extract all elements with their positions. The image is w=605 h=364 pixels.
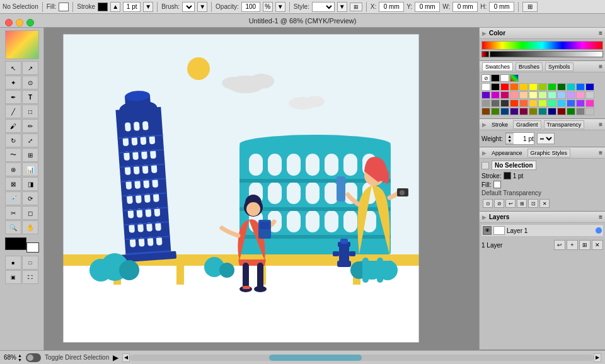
- swatch-item[interactable]: [519, 83, 528, 91]
- swatch-item[interactable]: [576, 108, 585, 115]
- magic-wand-tool[interactable]: ✦: [5, 76, 21, 89]
- layers-btn-1[interactable]: ↩: [554, 240, 565, 250]
- appear-icon-4[interactable]: ⊞: [517, 199, 527, 208]
- swatch-item[interactable]: [567, 83, 575, 91]
- swatch-item[interactable]: [557, 83, 566, 91]
- y-input[interactable]: 0 mm: [415, 2, 440, 12]
- swatch-item[interactable]: [529, 100, 538, 107]
- stroke-weight-input[interactable]: 1 pt: [123, 2, 141, 12]
- pen-tool[interactable]: ✒: [5, 90, 21, 104]
- layer-eye-icon[interactable]: 👁: [483, 226, 492, 235]
- swatch-item[interactable]: [576, 91, 585, 99]
- swatch-item[interactable]: [529, 91, 538, 99]
- view-mode-toggle[interactable]: [26, 353, 41, 362]
- toggle-direct-selection[interactable]: Toggle Direct Selection: [45, 354, 109, 361]
- appear-icon-5[interactable]: ⊡: [528, 199, 538, 208]
- text-tool[interactable]: T: [22, 90, 38, 104]
- swatch-item[interactable]: [510, 100, 519, 107]
- column-graph-tool[interactable]: 📊: [22, 162, 38, 176]
- tab-symbols[interactable]: Symbols: [545, 62, 573, 71]
- maximize-button[interactable]: [26, 19, 34, 26]
- swatch-item[interactable]: [557, 100, 566, 107]
- swatch-item[interactable]: [481, 108, 490, 115]
- swatch-item[interactable]: [538, 83, 547, 91]
- eyedropper-tool[interactable]: 💉: [5, 191, 21, 205]
- swatch-item[interactable]: [567, 100, 575, 107]
- swatch-item[interactable]: [585, 100, 594, 107]
- swatch-item[interactable]: [538, 108, 547, 115]
- appear-icon-2[interactable]: ⊘: [494, 199, 504, 208]
- fill-mode[interactable]: ■: [5, 256, 21, 270]
- paintbrush-tool[interactable]: 🖌: [5, 119, 21, 133]
- symbol-tool[interactable]: ⊛: [5, 162, 21, 176]
- gradient-tool[interactable]: ◨: [22, 177, 38, 191]
- swatch-item[interactable]: [500, 100, 509, 107]
- background-color[interactable]: [26, 242, 39, 253]
- brush-select[interactable]: [182, 2, 195, 12]
- swatch-item[interactable]: [510, 108, 519, 115]
- layer-target[interactable]: [596, 227, 602, 234]
- swatch-item[interactable]: [491, 91, 500, 99]
- zoom-tool[interactable]: 🔍: [5, 220, 21, 234]
- color-panel-expand[interactable]: ≡: [599, 30, 602, 37]
- warp-tool[interactable]: 〜: [5, 148, 21, 162]
- scale-tool[interactable]: ⤢: [22, 134, 38, 147]
- swatch-item[interactable]: [491, 100, 500, 107]
- pencil-tool[interactable]: ✏: [22, 119, 38, 133]
- swatch-item[interactable]: [557, 91, 566, 99]
- rectangle-tool[interactable]: □: [22, 105, 38, 118]
- options-button[interactable]: ⊞: [522, 2, 538, 12]
- swatch-item[interactable]: [567, 91, 575, 99]
- swatch-item[interactable]: [500, 83, 509, 91]
- swatch-item[interactable]: [567, 108, 575, 115]
- swatch-item[interactable]: [491, 83, 500, 91]
- free-transform-tool[interactable]: ⊞: [22, 148, 38, 162]
- scissors-tool[interactable]: ✂: [5, 206, 21, 220]
- zoom-up[interactable]: ▲: [18, 353, 22, 358]
- none-swatch[interactable]: ⊘: [481, 74, 490, 82]
- hand-tool[interactable]: ✋: [22, 220, 38, 234]
- fill-swatch[interactable]: [59, 3, 69, 11]
- appear-icon-3[interactable]: ↩: [505, 199, 516, 208]
- close-button[interactable]: [5, 19, 13, 26]
- appearance-panel-expand[interactable]: ≡: [599, 149, 602, 156]
- layers-btn-3[interactable]: ⊞: [579, 240, 591, 250]
- swatch-item[interactable]: [548, 91, 556, 99]
- swatch-item[interactable]: [576, 100, 585, 107]
- fill-color-chip[interactable]: [493, 181, 501, 188]
- swatch-item[interactable]: [519, 100, 528, 107]
- stroke-color-chip[interactable]: [504, 172, 511, 179]
- blend-tool[interactable]: ⟳: [22, 191, 38, 205]
- selection-tool[interactable]: ↖: [5, 61, 21, 75]
- appear-icon-1[interactable]: ⊙: [483, 199, 493, 208]
- h-input[interactable]: 0 mm: [489, 2, 514, 12]
- tab-stroke[interactable]: Stroke: [489, 121, 510, 128]
- panel-toggle-handle[interactable]: [337, 176, 345, 202]
- black-swatch[interactable]: [491, 74, 500, 82]
- swatch-item[interactable]: [500, 108, 509, 115]
- stroke-arrow-down[interactable]: ▼: [143, 2, 153, 12]
- full-screen[interactable]: ⛶: [22, 270, 38, 284]
- stroke-swatch[interactable]: [98, 3, 108, 11]
- swatch-item[interactable]: [481, 91, 490, 99]
- swatch-item[interactable]: [481, 100, 490, 107]
- swatch-item[interactable]: [538, 100, 547, 107]
- swatch-item[interactable]: [548, 108, 556, 115]
- style-dropdown[interactable]: ▼: [337, 2, 347, 12]
- scroll-left[interactable]: ◀: [122, 353, 130, 362]
- swatch-item[interactable]: [510, 83, 519, 91]
- tab-brushes[interactable]: Brushes: [516, 62, 543, 71]
- swatch-item[interactable]: [548, 83, 556, 91]
- appear-icon-6[interactable]: ✕: [539, 199, 550, 208]
- scroll-track[interactable]: [130, 355, 594, 361]
- tab-graphic-styles[interactable]: Graphic Styles: [527, 149, 571, 157]
- weight-input[interactable]: [514, 133, 534, 144]
- layers-btn-4[interactable]: ✕: [592, 240, 603, 250]
- stroke-panel-expand[interactable]: ≡: [599, 121, 602, 128]
- layers-panel-expand[interactable]: ≡: [599, 213, 602, 220]
- gradient-swatch[interactable]: [510, 74, 519, 82]
- tab-swatches[interactable]: Swatches: [482, 62, 513, 71]
- swatch-item[interactable]: [481, 83, 490, 91]
- foreground-color[interactable]: [5, 237, 26, 250]
- opacity-dropdown[interactable]: ▼: [275, 2, 285, 12]
